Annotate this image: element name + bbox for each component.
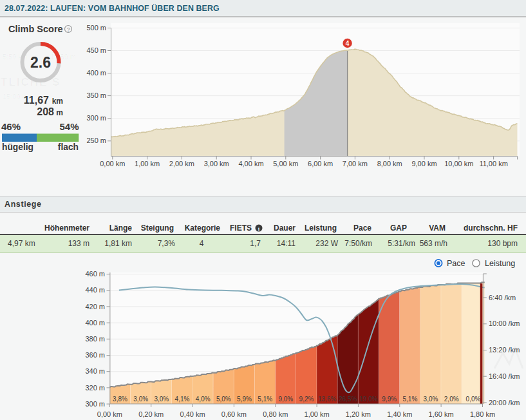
svg-text:11,00 km: 11,00 km (479, 160, 507, 167)
svg-text:9,0%: 9,0% (278, 396, 293, 403)
svg-text:durchschn. HF: durchschn. HF (464, 224, 518, 233)
svg-text:20:00 /km: 20:00 /km (489, 399, 520, 406)
svg-text:400 m: 400 m (86, 69, 106, 77)
svg-text:380 m: 380 m (85, 335, 105, 343)
svg-text:GAP: GAP (390, 224, 407, 233)
svg-text:300 m: 300 m (85, 400, 105, 408)
svg-text:0,80 km: 0,80 km (263, 410, 288, 418)
svg-text:19,0%: 19,0% (359, 396, 377, 403)
svg-text:6,00 km: 6,00 km (308, 160, 333, 167)
svg-text:6:40 /km: 6:40 /km (489, 294, 516, 301)
svg-text:4,00 km: 4,00 km (238, 160, 263, 167)
svg-text:28.07.2022: LAUFEN: VOM BAHNHO: 28.07.2022: LAUFEN: VOM BAHNHOF ÜBER DEN… (5, 3, 220, 13)
svg-text:3,8%: 3,8% (113, 396, 127, 403)
svg-text:232 W: 232 W (315, 239, 338, 248)
svg-text:420 m: 420 m (85, 303, 105, 310)
svg-text:13,6%: 13,6% (318, 396, 336, 403)
svg-text:3,0%: 3,0% (424, 396, 438, 403)
svg-text:Dauer: Dauer (274, 224, 296, 233)
svg-text:130 bpm: 130 bpm (487, 239, 518, 248)
svg-text:8,00 km: 8,00 km (377, 160, 402, 167)
svg-text:?: ? (67, 26, 70, 33)
svg-text:350 m: 350 m (86, 91, 106, 99)
svg-text:0,00 km: 0,00 km (100, 160, 125, 167)
svg-text:360 m: 360 m (85, 351, 105, 359)
svg-text:1,81 km: 1,81 km (104, 239, 132, 248)
svg-text:0,0%: 0,0% (466, 396, 481, 403)
svg-text:0,60 km: 0,60 km (221, 410, 247, 418)
svg-text:5,00 km: 5,00 km (273, 160, 298, 167)
svg-text:7,3%: 7,3% (158, 239, 176, 248)
svg-text:4,1%: 4,1% (175, 396, 190, 403)
svg-text:Leistung: Leistung (485, 259, 515, 268)
svg-text:Steigung: Steigung (141, 224, 174, 233)
svg-text:3,0%: 3,0% (133, 396, 148, 403)
svg-text:Leistung: Leistung (305, 224, 337, 233)
svg-text:4,97 km: 4,97 km (8, 239, 35, 248)
svg-text:Länge: Länge (109, 224, 133, 233)
svg-text:Höhenmeter: Höhenmeter (44, 224, 89, 233)
svg-text:5,1%: 5,1% (403, 396, 418, 403)
svg-text:340 m: 340 m (85, 367, 105, 375)
svg-text:Kategorie: Kategorie (185, 224, 221, 233)
svg-text:1,60 km: 1,60 km (429, 410, 454, 418)
svg-text:1.659 m: 1.659 m (50, 53, 76, 61)
svg-text:2,00 km: 2,00 km (169, 160, 194, 167)
svg-text:54%: 54% (59, 121, 79, 132)
svg-text:m: m (56, 108, 63, 117)
svg-text:440 m: 440 m (85, 286, 105, 294)
svg-text:FIETS: FIETS (230, 224, 252, 233)
svg-text:26,5%: 26,5% (339, 396, 357, 403)
svg-text:1,80 km: 1,80 km (470, 410, 495, 418)
svg-text:1,7: 1,7 (250, 239, 261, 248)
svg-text:1,00 km: 1,00 km (135, 160, 160, 167)
svg-text:0,00 km: 0,00 km (97, 410, 122, 418)
svg-text:km: km (52, 97, 63, 106)
svg-text:1,40 km: 1,40 km (387, 410, 412, 418)
svg-text:2,0%: 2,0% (444, 396, 459, 403)
svg-text:133 m: 133 m (68, 239, 89, 248)
svg-text:320 m: 320 m (85, 384, 105, 392)
svg-text:1,00 km: 1,00 km (305, 410, 330, 418)
svg-text:300 m: 300 m (86, 114, 106, 122)
svg-text:563 m/h: 563 m/h (420, 239, 447, 248)
svg-text:2.6: 2.6 (30, 54, 51, 71)
svg-text:VAM: VAM (429, 224, 446, 233)
svg-text:Anstiege: Anstiege (5, 200, 42, 209)
svg-text:Pace: Pace (353, 224, 371, 233)
svg-text:9,9%: 9,9% (382, 396, 397, 403)
svg-text:450 m: 450 m (86, 46, 106, 54)
svg-text:0,20 km: 0,20 km (138, 410, 164, 418)
svg-text:1,20 km: 1,20 km (346, 410, 371, 418)
svg-text:0,40 km: 0,40 km (180, 410, 205, 418)
svg-text:3,0%: 3,0% (154, 396, 169, 403)
svg-text:250 m: 250 m (86, 137, 106, 144)
svg-text:500 m: 500 m (86, 24, 106, 32)
svg-text:3,00 km: 3,00 km (204, 160, 229, 167)
svg-text:15:00/k: 15:00/k (3, 93, 26, 100)
svg-text:flach: flach (58, 142, 79, 152)
svg-text:hügelig: hügelig (2, 142, 33, 152)
svg-text:14:11: 14:11 (277, 239, 296, 248)
svg-text:460 m: 460 m (85, 270, 105, 278)
svg-text:Climb Score: Climb Score (8, 24, 63, 34)
svg-text:46%: 46% (1, 121, 21, 132)
svg-text:5,9%: 5,9% (237, 396, 252, 403)
svg-text:7:50/km: 7:50/km (344, 239, 372, 248)
svg-text:5:31/km: 5:31/km (388, 239, 415, 248)
svg-text:5,1%: 5,1% (258, 396, 272, 403)
svg-text:9,2%: 9,2% (299, 396, 314, 403)
svg-text:11,67: 11,67 (24, 95, 49, 106)
svg-text:208: 208 (37, 106, 54, 117)
svg-text:10:00 /km: 10:00 /km (489, 320, 520, 327)
svg-text:4: 4 (200, 239, 204, 248)
svg-text:400 m: 400 m (85, 319, 105, 327)
svg-text:4,0%: 4,0% (196, 396, 211, 403)
svg-text:16:40 /km: 16:40 /km (489, 372, 520, 380)
svg-text:9,00 km: 9,00 km (411, 160, 437, 167)
svg-text:10,00 km: 10,00 km (444, 160, 473, 167)
svg-text:Pace: Pace (447, 259, 465, 268)
svg-text:5,0%: 5,0% (216, 396, 231, 403)
svg-text:7,00 km: 7,00 km (343, 160, 368, 167)
svg-text:4: 4 (346, 40, 350, 47)
